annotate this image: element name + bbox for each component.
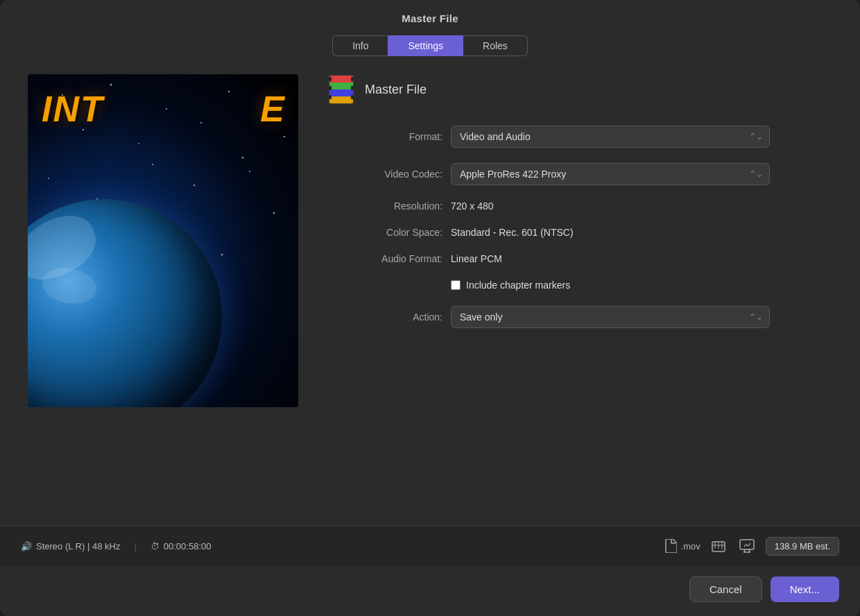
status-separator: | [134,541,136,551]
svg-point-9 [284,136,285,137]
svg-rect-26 [328,86,332,90]
svg-point-3 [228,91,230,92]
master-file-dialog: Master File Info Settings Roles [0,0,860,616]
tab-info[interactable]: Info [332,35,388,56]
share-icon [712,539,725,553]
svg-point-15 [273,212,275,214]
clock-icon: ⏱ [150,541,160,551]
svg-point-14 [249,171,250,172]
status-right: .mov 138.9 MB [664,536,839,556]
audio-info: Stereo (L R) | 48 kHz [36,541,120,551]
settings-grid: Format: Video and Audio ⌃⌄ Video Codec: … [326,126,832,328]
tab-roles[interactable]: Roles [463,35,528,56]
svg-rect-29 [351,86,354,90]
footer-buttons: Cancel Next... [0,565,860,616]
preview-panel: INT E [28,67,298,526]
svg-point-12 [152,164,153,165]
format-label: Format: [326,131,451,142]
color-space-label: Color Space: [326,227,451,238]
speaker-icon: 🔊 [21,541,32,551]
dialog-title: Master File [0,0,860,33]
status-audio: 🔊 Stereo (L R) | 48 kHz [21,541,120,551]
preview-text-int: INT [42,88,104,130]
preview-image: INT E [28,74,298,407]
color-space-value: Standard - Rec. 601 (NTSC) [451,227,832,238]
size-badge: 138.9 MB est. [766,537,839,556]
master-file-header: Master File [326,74,832,105]
chapter-markers-row: Include chapter markers [451,280,832,291]
action-select[interactable]: Save only [451,306,770,328]
svg-rect-30 [351,95,354,99]
audio-format-label: Audio Format: [326,253,451,264]
svg-rect-22 [329,83,353,89]
monitor-icon [739,539,755,553]
action-label: Action: [326,311,451,323]
video-codec-label: Video Codec: [326,169,451,180]
svg-point-2 [166,108,167,110]
content-area: INT E [0,67,860,526]
file-type: .mov [664,539,700,553]
svg-rect-25 [328,77,332,81]
tab-settings[interactable]: Settings [388,35,463,56]
film-icon [326,74,356,105]
format-select[interactable]: Video and Audio [451,126,770,148]
svg-rect-24 [329,96,353,103]
svg-point-19 [221,254,223,256]
svg-point-7 [200,122,202,123]
chapter-markers-checkbox[interactable] [451,280,461,290]
cancel-button[interactable]: Cancel [689,576,762,602]
monitor-icon-button[interactable] [737,536,757,556]
svg-point-6 [138,143,139,144]
svg-rect-27 [328,95,332,99]
share-icon-button[interactable] [709,536,728,556]
status-left: 🔊 Stereo (L R) | 48 kHz | ⏱ 00:00:58:00 [21,541,664,551]
next-button[interactable]: Next... [771,576,839,602]
video-codec-select[interactable]: Apple ProRes 422 Proxy [451,163,770,185]
tab-bar: Info Settings Roles [0,33,860,67]
status-bar: 🔊 Stereo (L R) | 48 kHz | ⏱ 00:00:58:00 … [0,526,860,565]
svg-point-13 [194,185,195,186]
file-icon [664,539,677,553]
settings-panel: Master File Format: Video and Audio ⌃⌄ V… [326,67,832,526]
resolution-value: 720 x 480 [451,200,832,212]
resolution-label: Resolution: [326,200,451,212]
format-select-wrapper: Video and Audio ⌃⌄ [451,126,770,148]
preview-text-e: E [260,88,284,130]
master-file-title: Master File [365,83,427,97]
action-select-wrapper: Save only ⌃⌄ [451,306,770,328]
chapter-markers-label[interactable]: Include chapter markers [466,280,570,291]
file-ext: .mov [681,541,700,551]
svg-rect-21 [329,76,353,83]
svg-point-1 [110,84,112,86]
svg-rect-28 [351,77,354,81]
duration-value: 00:00:58:00 [164,541,212,551]
earth-visual [28,199,222,407]
video-codec-select-wrapper: Apple ProRes 422 Proxy ⌃⌄ [451,163,770,185]
status-duration: ⏱ 00:00:58:00 [150,541,212,551]
audio-format-value: Linear PCM [451,253,832,264]
svg-point-10 [48,178,49,179]
svg-point-8 [242,157,244,159]
svg-rect-23 [329,89,353,96]
